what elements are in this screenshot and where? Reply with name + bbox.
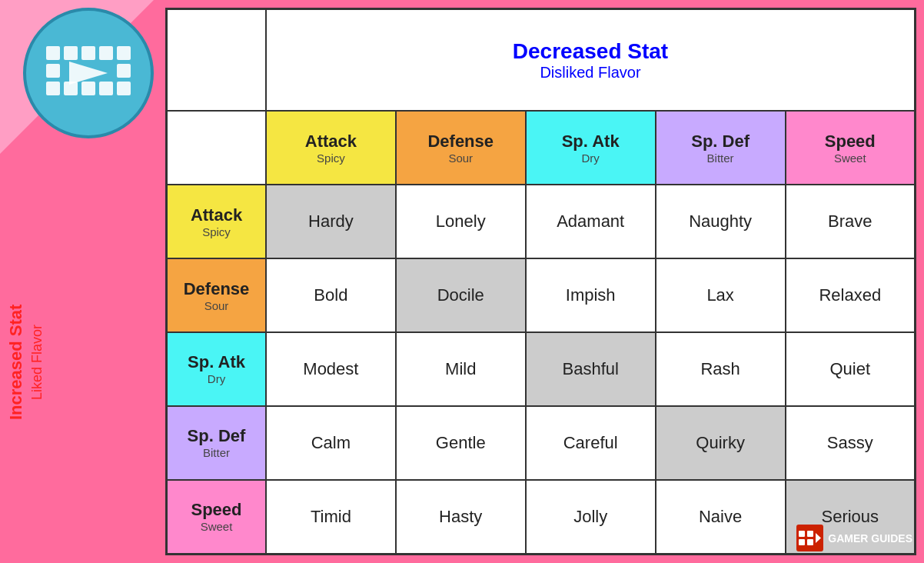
cell-hasty: Hasty — [396, 480, 526, 555]
row-col-spacer — [167, 111, 267, 185]
col-spdef-flavor: Bitter — [660, 152, 782, 165]
svg-rect-5 — [46, 64, 60, 78]
cell-mild: Mild — [396, 332, 526, 406]
cell-quiet: Quiet — [786, 332, 916, 406]
cell-calm: Calm — [266, 406, 396, 480]
gamer-guides-logo: GAMER GUIDES — [796, 525, 912, 551]
col-header-attack: Attack Spicy — [266, 111, 396, 185]
cell-gentle: Gentle — [396, 406, 526, 480]
row-header-spdef: Sp. Def Bitter — [167, 406, 267, 480]
col-defense-flavor: Sour — [400, 152, 522, 165]
svg-rect-12 — [117, 82, 131, 95]
cell-quirky: Quirky — [656, 406, 786, 480]
cell-timid: Timid — [266, 480, 396, 555]
table-row-spatk: Sp. Atk Dry Modest Mild Bashful Rash Qui… — [167, 332, 916, 406]
left-label: Increased Stat Liked Flavor — [6, 169, 45, 555]
svg-marker-6 — [69, 62, 108, 85]
col-attack-stat: Attack — [270, 132, 392, 152]
logo-icon — [42, 42, 135, 104]
col-speed-flavor: Sweet — [789, 152, 911, 165]
cell-hardy: Hardy — [266, 185, 396, 258]
svg-rect-7 — [117, 64, 131, 78]
col-header-defense: Defense Sour — [396, 111, 526, 185]
cell-lonely: Lonely — [396, 185, 526, 258]
row-header-defense: Defense Sour — [167, 258, 267, 332]
cell-impish: Impish — [526, 258, 656, 332]
svg-rect-11 — [99, 82, 113, 95]
svg-rect-16 — [799, 539, 805, 545]
svg-rect-8 — [46, 82, 60, 95]
cell-jolly: Jolly — [526, 480, 656, 555]
increased-stat-label: Increased Stat — [6, 305, 26, 420]
col-speed-stat: Speed — [789, 132, 911, 152]
col-attack-flavor: Spicy — [270, 152, 392, 165]
nature-table-wrapper: Decreased Stat Disliked Flavor Attack Sp… — [165, 8, 916, 555]
cell-naughty: Naughty — [656, 185, 786, 258]
gg-icon — [796, 525, 823, 551]
cell-docile: Docile — [396, 258, 526, 332]
svg-rect-3 — [99, 46, 113, 60]
svg-rect-4 — [117, 46, 131, 60]
disliked-flavor-text: Disliked Flavor — [540, 64, 640, 81]
svg-rect-0 — [46, 46, 60, 60]
logo-circle — [23, 8, 154, 138]
svg-rect-17 — [807, 539, 813, 545]
column-header-row: Attack Spicy Defense Sour Sp. Atk Dry Sp… — [167, 111, 916, 185]
col-header-spdef: Sp. Def Bitter — [656, 111, 786, 185]
svg-rect-9 — [64, 82, 78, 95]
cell-modest: Modest — [266, 332, 396, 406]
svg-rect-14 — [799, 531, 805, 537]
cell-relaxed: Relaxed — [786, 258, 916, 332]
col-header-spatk: Sp. Atk Dry — [526, 111, 656, 185]
gg-text: GAMER GUIDES — [828, 532, 912, 545]
header-row: Decreased Stat Disliked Flavor — [167, 9, 916, 112]
svg-rect-15 — [807, 531, 813, 537]
svg-rect-1 — [64, 46, 78, 60]
row-header-spatk: Sp. Atk Dry — [167, 332, 267, 406]
cell-bashful: Bashful — [526, 332, 656, 406]
decreased-stat-cell: Decreased Stat Disliked Flavor — [266, 9, 915, 112]
col-spatk-stat: Sp. Atk — [530, 132, 652, 152]
cell-bold: Bold — [266, 258, 396, 332]
col-header-speed: Speed Sweet — [786, 111, 916, 185]
row-header-attack: Attack Spicy — [167, 185, 267, 258]
liked-flavor-label: Liked Flavor — [29, 325, 45, 400]
cell-sassy: Sassy — [786, 406, 916, 480]
cell-adamant: Adamant — [526, 185, 656, 258]
col-spatk-flavor: Dry — [530, 152, 652, 165]
cell-careful: Careful — [526, 406, 656, 480]
cell-rash: Rash — [656, 332, 786, 406]
svg-rect-10 — [81, 82, 95, 95]
nature-table: Decreased Stat Disliked Flavor Attack Sp… — [165, 8, 916, 555]
table-row-defense: Defense Sour Bold Docile Impish Lax Rela… — [167, 258, 916, 332]
cell-lax: Lax — [656, 258, 786, 332]
cell-naive: Naive — [656, 480, 786, 555]
cell-brave: Brave — [786, 185, 916, 258]
table-row-attack: Attack Spicy Hardy Lonely Adamant Naught… — [167, 185, 916, 258]
svg-rect-2 — [81, 46, 95, 60]
corner-cell — [167, 9, 267, 112]
col-spdef-stat: Sp. Def — [660, 132, 782, 152]
col-defense-stat: Defense — [400, 132, 522, 152]
row-header-speed: Speed Sweet — [167, 480, 267, 555]
decreased-stat-text: Decreased Stat — [513, 39, 668, 63]
table-row-spdef: Sp. Def Bitter Calm Gentle Careful Quirk… — [167, 406, 916, 480]
